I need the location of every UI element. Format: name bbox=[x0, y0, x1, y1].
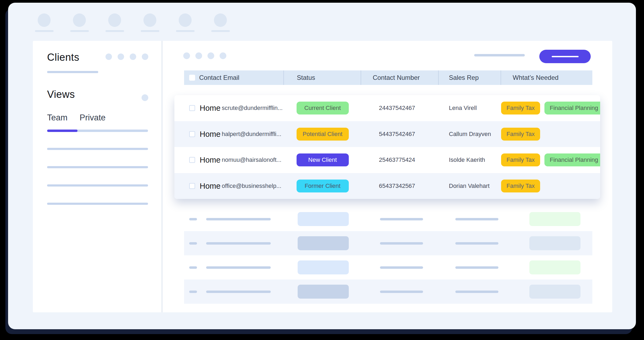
column-header: Status bbox=[284, 70, 361, 85]
column-header: Contact Email bbox=[184, 70, 284, 85]
topbar-avatar[interactable] bbox=[143, 13, 156, 32]
cell-contact-number: 54437542467 bbox=[361, 121, 439, 147]
sidebar-dots bbox=[105, 53, 148, 60]
dot-placeholder bbox=[183, 52, 190, 59]
topbar-avatar[interactable] bbox=[108, 13, 121, 32]
sidebar-skeleton-list bbox=[47, 148, 148, 221]
select-all-checkbox[interactable] bbox=[189, 75, 195, 81]
status-badge[interactable]: Former Client bbox=[297, 180, 349, 192]
button-label-placeholder bbox=[552, 56, 579, 57]
cell-item: Homenomuu@hairsalonoft... bbox=[184, 147, 284, 173]
avatar-label-placeholder bbox=[70, 30, 89, 32]
avatar-label-placeholder bbox=[35, 30, 54, 32]
contact-email: office@businesshelp... bbox=[222, 182, 281, 189]
skeleton-line bbox=[47, 166, 148, 168]
cell-item: Homescrute@dundermifflin... bbox=[184, 95, 284, 121]
avatar-icon bbox=[143, 13, 156, 27]
avatar-icon bbox=[108, 13, 121, 27]
skeleton-checkbox bbox=[189, 242, 197, 245]
skeleton-line bbox=[206, 266, 271, 269]
active-tab-indicator bbox=[47, 130, 78, 132]
views-title: Views bbox=[47, 89, 75, 100]
item-name: Home bbox=[200, 181, 220, 190]
topbar-avatar[interactable] bbox=[214, 13, 227, 32]
skeleton-status-pill bbox=[298, 285, 349, 299]
column-header: Sales Rep bbox=[439, 70, 501, 85]
dot-placeholder bbox=[220, 52, 226, 59]
tab-underline bbox=[47, 130, 148, 132]
cell-status: New Client bbox=[284, 147, 361, 173]
column-header-label: Whtat’s Needed bbox=[513, 74, 558, 81]
skeleton-row bbox=[184, 280, 592, 304]
contact-number: 54437542467 bbox=[379, 131, 415, 138]
needs-badge[interactable]: Family Tax bbox=[501, 128, 540, 141]
dot-placeholder bbox=[142, 94, 148, 101]
skeleton-needs-pill bbox=[529, 285, 580, 299]
skeleton-status-pill bbox=[298, 212, 349, 226]
skeleton-line bbox=[206, 291, 271, 293]
needs-badge[interactable]: Financial Planning bbox=[544, 153, 600, 166]
sales-rep: Lena Virell bbox=[449, 105, 477, 112]
cell-status: Former Client bbox=[284, 173, 361, 199]
status-badge[interactable]: Potential Client bbox=[297, 128, 349, 141]
avatar-label-placeholder bbox=[141, 30, 159, 32]
dot-placeholder bbox=[118, 53, 124, 60]
sales-rep: Callum Drayven bbox=[449, 131, 491, 138]
row-checkbox[interactable] bbox=[189, 157, 195, 163]
needs-badge[interactable]: Family Tax bbox=[501, 102, 540, 114]
contact-number: 24437542467 bbox=[379, 105, 415, 112]
column-header: Contact Number bbox=[361, 70, 439, 85]
cell-status: Current Client bbox=[284, 95, 361, 121]
toolbar-skeleton-line bbox=[474, 54, 525, 56]
status-badge[interactable]: New Client bbox=[297, 153, 349, 166]
skeleton-line bbox=[47, 184, 148, 187]
dot-placeholder bbox=[142, 53, 148, 60]
needs-badge[interactable]: Financial Planning bbox=[544, 102, 600, 114]
skeleton-needs-pill bbox=[529, 260, 580, 274]
cell-contact-number: 25463775424 bbox=[361, 147, 439, 173]
item-name: Home bbox=[200, 156, 220, 164]
skeleton-line bbox=[47, 148, 148, 150]
skeleton-checkbox bbox=[189, 218, 197, 220]
contact-number: 25463775424 bbox=[379, 156, 415, 163]
cell-sales-rep: Isolde Kaerith bbox=[439, 147, 501, 173]
table-row[interactable]: Homenomuu@hairsalonoft...New Client25463… bbox=[174, 147, 600, 173]
column-header: Whtat’s Needed bbox=[501, 70, 592, 85]
row-checkbox[interactable] bbox=[189, 105, 195, 111]
table-row[interactable]: Homeoffice@businesshelp...Former Client6… bbox=[174, 173, 600, 199]
table-row[interactable]: Homehalpert@dundermiffli...Potential Cli… bbox=[174, 121, 600, 147]
cell-needs: Family Tax bbox=[501, 173, 592, 199]
topbar bbox=[38, 13, 227, 32]
skeleton-needs-pill bbox=[529, 236, 580, 250]
cell-sales-rep: Lena Virell bbox=[439, 95, 501, 121]
column-header-label: Status bbox=[297, 74, 315, 81]
tab-team[interactable]: Team bbox=[47, 113, 68, 123]
skeleton-status-pill bbox=[298, 236, 349, 250]
primary-action-button[interactable] bbox=[539, 50, 591, 63]
app-window: Clients Views TeamPrivate Contact EmailS… bbox=[8, 3, 636, 329]
topbar-avatar[interactable] bbox=[179, 13, 192, 32]
status-badge[interactable]: Current Client bbox=[297, 102, 349, 114]
column-header-label: Sales Rep bbox=[449, 74, 479, 81]
skeleton-line bbox=[380, 242, 423, 245]
topbar-avatar[interactable] bbox=[73, 13, 86, 32]
row-checkbox[interactable] bbox=[189, 183, 195, 189]
row-checkbox[interactable] bbox=[189, 131, 195, 137]
sales-rep: Dorian Valehart bbox=[449, 182, 490, 189]
column-header-label: Contact Number bbox=[373, 74, 420, 81]
cell-sales-rep: Callum Drayven bbox=[439, 121, 501, 147]
skeleton-line bbox=[380, 218, 423, 220]
table-row[interactable]: Homescrute@dundermifflin...Current Clien… bbox=[174, 95, 600, 121]
avatar-icon bbox=[73, 13, 86, 27]
needs-badge[interactable]: Family Tax bbox=[501, 153, 540, 166]
avatar-icon bbox=[179, 13, 192, 27]
tab-private[interactable]: Private bbox=[80, 113, 105, 123]
needs-badge[interactable]: Family Tax bbox=[501, 180, 540, 192]
skeleton-line bbox=[47, 71, 98, 73]
table-header: Contact EmailStatusContact NumberSales R… bbox=[184, 70, 592, 85]
cell-contact-number: 24437542467 bbox=[361, 95, 439, 121]
topbar-avatar[interactable] bbox=[38, 13, 51, 32]
skeleton-line bbox=[455, 218, 498, 220]
cell-contact-number: 65437342567 bbox=[361, 173, 439, 199]
column-header-label: Contact Email bbox=[199, 74, 239, 81]
